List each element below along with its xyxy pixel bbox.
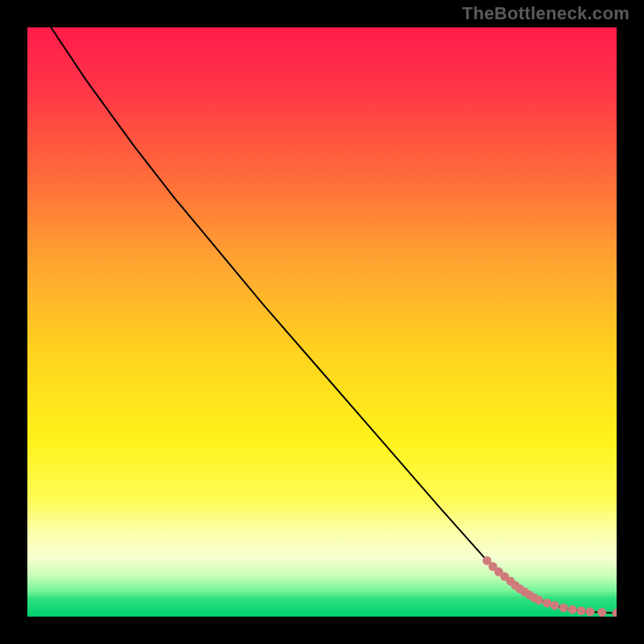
marker-point xyxy=(586,607,595,616)
marker-point xyxy=(559,604,568,613)
marker-point xyxy=(597,608,606,617)
marker-point xyxy=(613,609,617,617)
curve-path xyxy=(51,27,617,613)
attribution-text: TheBottleneck.com xyxy=(462,3,630,24)
chart-frame: TheBottleneck.com xyxy=(0,0,644,644)
chart-overlay xyxy=(27,27,617,617)
marker-point xyxy=(551,601,559,610)
marker-point xyxy=(535,596,543,605)
plot-area xyxy=(27,27,617,617)
marker-point xyxy=(543,599,551,608)
marker-point xyxy=(568,605,577,614)
marker-point xyxy=(577,606,586,615)
